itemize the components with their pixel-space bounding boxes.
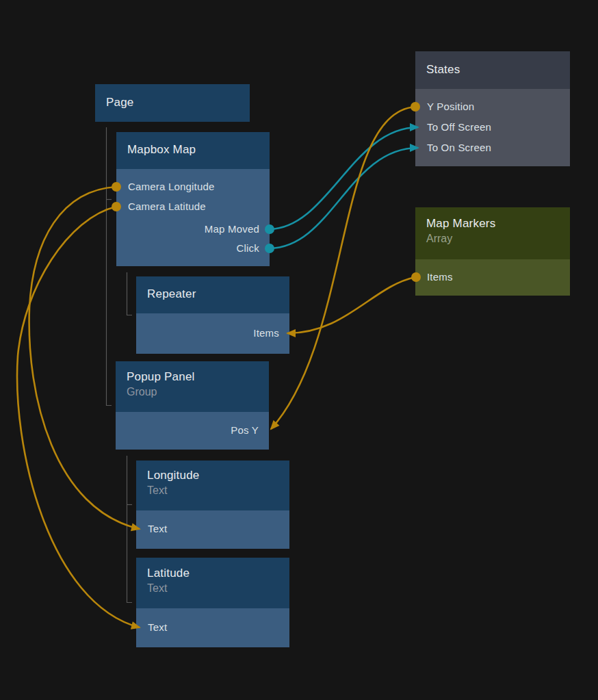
hierarchy-line (107, 127, 112, 406)
edge-mapbox-map.map-moved-to-states.to-off-screen[interactable] (270, 127, 418, 229)
node-graph-background[interactable]: { "app": {"view": "node-graph-canvas"}, … (0, 0, 598, 700)
connections-overlay (0, 0, 598, 700)
hierarchy-line (127, 272, 133, 315)
hierarchy-lines (107, 127, 133, 603)
edge-source-dot-mapbox-map.map-moved[interactable] (265, 224, 274, 234)
edge-source-dot-map-markers.items[interactable] (411, 272, 421, 282)
edge-states.y-position-to-popup-panel.pos-y[interactable] (271, 107, 415, 429)
edge-map-markers.items-to-repeater.items[interactable] (287, 277, 415, 333)
edge-source-dot-mapbox-map.camera-latitude[interactable] (112, 202, 121, 211)
edge-mapbox-map.camera-longitude-to-longitude.text[interactable] (29, 187, 140, 529)
edge-source-dot-mapbox-map.click[interactable] (265, 244, 274, 253)
edge-source-dot-mapbox-map.camera-longitude[interactable] (112, 182, 121, 192)
hierarchy-line (127, 456, 133, 603)
edge-mapbox-map.camera-latitude-to-latitude.text[interactable] (17, 207, 140, 627)
edge-source-dot-states.y-position[interactable] (411, 102, 420, 112)
